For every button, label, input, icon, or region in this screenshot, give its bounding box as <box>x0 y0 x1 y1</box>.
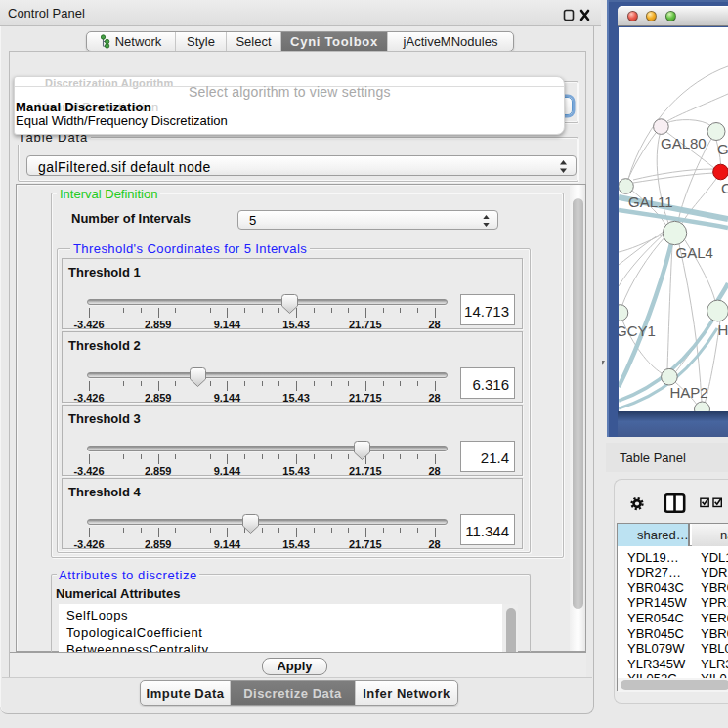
svg-text:HAP2: HAP2 <box>670 384 708 401</box>
svg-text:GAL80: GAL80 <box>661 135 707 151</box>
svg-text:H: H <box>718 321 728 338</box>
svg-text:GAL4: GAL4 <box>676 244 713 261</box>
svg-text:C: C <box>721 180 728 196</box>
svg-text:GAL11: GAL11 <box>628 193 673 210</box>
svg-text:GA: GA <box>717 141 728 157</box>
svg-text:GCY1: GCY1 <box>619 322 656 339</box>
